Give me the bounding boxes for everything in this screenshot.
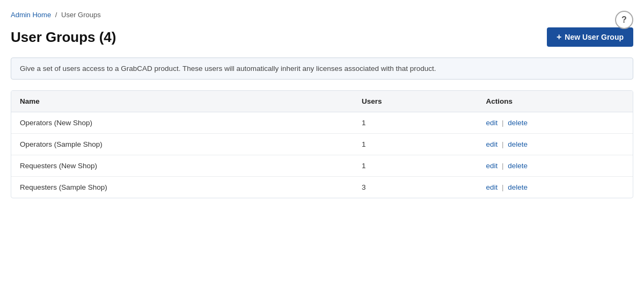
- info-message: Give a set of users access to a GrabCAD …: [11, 57, 633, 80]
- table-row: Requesters (New Shop)1edit | delete: [11, 155, 633, 177]
- breadcrumb-admin-home-link[interactable]: Admin Home: [11, 11, 51, 19]
- new-user-group-label: New User Group: [565, 33, 624, 41]
- help-button[interactable]: ?: [615, 11, 633, 29]
- edit-link[interactable]: edit: [486, 119, 497, 127]
- cell-users: 1: [353, 112, 478, 134]
- breadcrumb-separator: /: [55, 11, 57, 19]
- table-row: Operators (Sample Shop)1edit | delete: [11, 134, 633, 155]
- table-header: Name Users Actions: [11, 91, 633, 112]
- table-header-row: Name Users Actions: [11, 91, 633, 112]
- user-groups-table: Name Users Actions Operators (New Shop)1…: [11, 91, 633, 198]
- help-icon: ?: [621, 15, 627, 25]
- cell-name: Operators (New Shop): [11, 112, 353, 134]
- cell-actions: edit | delete: [477, 134, 633, 155]
- action-separator: |: [500, 162, 506, 170]
- page-title: User Groups (4): [11, 29, 116, 46]
- column-header-users: Users: [353, 91, 478, 112]
- delete-link[interactable]: delete: [508, 183, 528, 191]
- page-container: ? Admin Home / User Groups User Groups (…: [0, 0, 644, 209]
- column-header-name: Name: [11, 91, 353, 112]
- breadcrumb: Admin Home / User Groups: [11, 11, 633, 19]
- column-header-actions: Actions: [477, 91, 633, 112]
- cell-actions: edit | delete: [477, 177, 633, 198]
- table-body: Operators (New Shop)1edit | deleteOperat…: [11, 112, 633, 198]
- header-row: User Groups (4) + New User Group: [11, 27, 633, 47]
- edit-link[interactable]: edit: [486, 140, 497, 148]
- cell-actions: edit | delete: [477, 155, 633, 177]
- action-separator: |: [500, 119, 506, 127]
- user-groups-table-container: Name Users Actions Operators (New Shop)1…: [11, 90, 633, 198]
- cell-name: Operators (Sample Shop): [11, 134, 353, 155]
- table-row: Operators (New Shop)1edit | delete: [11, 112, 633, 134]
- table-row: Requesters (Sample Shop)3edit | delete: [11, 177, 633, 198]
- delete-link[interactable]: delete: [508, 162, 528, 170]
- cell-name: Requesters (Sample Shop): [11, 177, 353, 198]
- delete-link[interactable]: delete: [508, 140, 528, 148]
- cell-name: Requesters (New Shop): [11, 155, 353, 177]
- plus-icon: +: [557, 33, 561, 41]
- new-user-group-button[interactable]: + New User Group: [547, 27, 633, 47]
- cell-users: 1: [353, 134, 478, 155]
- breadcrumb-current-page: User Groups: [61, 11, 101, 19]
- edit-link[interactable]: edit: [486, 162, 497, 170]
- cell-actions: edit | delete: [477, 112, 633, 134]
- action-separator: |: [500, 140, 506, 148]
- edit-link[interactable]: edit: [486, 183, 497, 191]
- cell-users: 1: [353, 155, 478, 177]
- cell-users: 3: [353, 177, 478, 198]
- delete-link[interactable]: delete: [508, 119, 528, 127]
- action-separator: |: [500, 183, 506, 191]
